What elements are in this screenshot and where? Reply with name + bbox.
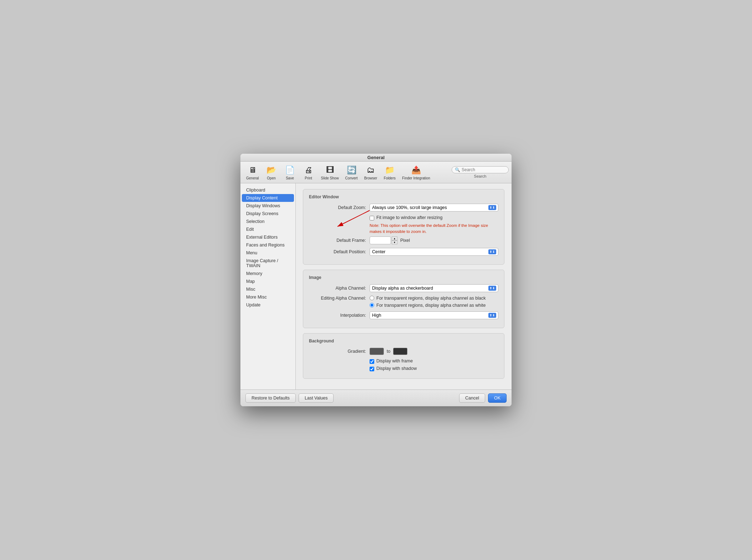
search-input[interactable] xyxy=(462,167,505,172)
sidebar-item-menu[interactable]: Menu xyxy=(242,249,294,257)
general-icon: 🖥 xyxy=(247,164,258,176)
sidebar-item-display-windows[interactable]: Display Windows xyxy=(242,202,294,210)
default-frame-input[interactable]: 0 xyxy=(370,236,391,244)
radio-white-label: For transparent regions, display alpha c… xyxy=(376,303,486,308)
gradient-label: Gradient: xyxy=(309,349,366,354)
background-section: Background Gradient: to Displa xyxy=(303,333,504,379)
interpolation-control: High xyxy=(370,311,498,319)
sidebar-item-faces-regions[interactable]: Faces and Regions xyxy=(242,241,294,249)
editing-alpha-label: Editing Alpha Channel: xyxy=(309,296,366,301)
default-zoom-select-wrapper: Always use 100%, scroll large images xyxy=(370,204,498,212)
alpha-channel-control: Display alpha as checkerboard xyxy=(370,284,498,292)
fit-image-label: Fit image to window after resizing xyxy=(376,215,443,220)
radio-white-row: For transparent regions, display alpha c… xyxy=(370,303,498,308)
frame-stepper-up[interactable]: ▲ xyxy=(392,236,397,240)
red-arrow-svg xyxy=(330,209,373,228)
toolbar-slideshow-label: Slide Show xyxy=(321,176,339,180)
restore-defaults-button[interactable]: Restore to Defaults xyxy=(245,393,296,403)
bottom-left-buttons: Restore to Defaults Last Values xyxy=(245,393,334,403)
svg-line-1 xyxy=(337,210,370,226)
ok-button[interactable]: OK xyxy=(488,393,507,403)
toolbar-finder-label: Finder Integration xyxy=(402,176,430,180)
finder-icon: 📤 xyxy=(411,164,422,176)
folders-icon: 📁 xyxy=(384,164,395,176)
sidebar-item-misc[interactable]: Misc xyxy=(242,285,294,293)
sidebar-item-image-capture[interactable]: Image Capture / TWAIN xyxy=(242,257,294,270)
sidebar-item-more-misc[interactable]: More Misc xyxy=(242,293,294,301)
sidebar-item-display-content[interactable]: Display Content xyxy=(242,194,294,202)
browser-icon: 🗂 xyxy=(365,164,376,176)
toolbar-browser-label: Browser xyxy=(364,176,377,180)
sidebar-item-clipboard[interactable]: Clipboard xyxy=(242,186,294,194)
interpolation-label: Interpolation: xyxy=(309,313,366,318)
display-shadow-label: Display with shadow xyxy=(376,366,417,371)
title-bar: General xyxy=(240,154,512,162)
default-zoom-label: Default Zoom: xyxy=(309,205,366,210)
search-label: Search xyxy=(474,174,487,178)
sidebar-item-edit[interactable]: Edit xyxy=(242,225,294,233)
sidebar-item-display-screens[interactable]: Display Screens xyxy=(242,210,294,218)
toolbar-convert-label: Convert xyxy=(345,176,358,180)
toolbar-finder[interactable]: 📤 Finder Integration xyxy=(399,163,433,182)
window-title: General xyxy=(367,155,385,160)
gradient-color2-swatch[interactable] xyxy=(393,348,407,355)
toolbar: 🖥 General 📂 Open 📄 Save 🖨 Print 🎞 Slide … xyxy=(240,162,512,183)
toolbar-slideshow[interactable]: 🎞 Slide Show xyxy=(318,163,342,182)
preferences-window: General 🖥 General 📂 Open 📄 Save 🖨 Print … xyxy=(240,154,512,406)
interpolation-row: Interpolation: High xyxy=(309,311,498,319)
default-position-row: Default Position: Center xyxy=(309,248,498,256)
default-position-select[interactable]: Center xyxy=(370,248,498,256)
toolbar-open[interactable]: 📂 Open xyxy=(263,163,280,182)
default-position-select-wrapper: Center xyxy=(370,248,498,256)
interpolation-select-wrapper: High xyxy=(370,311,498,319)
radio-white[interactable] xyxy=(370,303,374,307)
search-box[interactable]: 🔍 xyxy=(452,166,509,173)
radio-black-label: For transparent regions, display alpha c… xyxy=(376,296,486,301)
bottom-bar: Restore to Defaults Last Values Cancel O… xyxy=(240,390,512,406)
toolbar-general[interactable]: 🖥 General xyxy=(243,163,262,182)
frame-stepper: ▲ ▼ xyxy=(392,236,397,244)
display-frame-checkbox[interactable] xyxy=(370,359,374,364)
alpha-select-wrapper: Display alpha as checkerboard xyxy=(370,284,498,292)
display-frame-row: Display with frame xyxy=(370,358,498,364)
fit-image-annotation: Fit image to window after resizing xyxy=(309,215,498,220)
sidebar-item-update[interactable]: Update xyxy=(242,301,294,309)
toolbar-general-label: General xyxy=(246,176,259,180)
last-values-button[interactable]: Last Values xyxy=(299,393,334,403)
default-zoom-select[interactable]: Always use 100%, scroll large images xyxy=(370,204,498,212)
toolbar-browser[interactable]: 🗂 Browser xyxy=(361,163,380,182)
sidebar-item-external-editors[interactable]: External Editors xyxy=(242,233,294,241)
sidebar-item-memory[interactable]: Memory xyxy=(242,270,294,278)
editing-alpha-row: Editing Alpha Channel: For transparent r… xyxy=(309,296,498,308)
display-frame-label: Display with frame xyxy=(376,358,413,363)
sidebar: Clipboard Display Content Display Window… xyxy=(240,183,296,389)
toolbar-convert[interactable]: 🔄 Convert xyxy=(342,163,361,182)
sidebar-item-selection[interactable]: Selection xyxy=(242,218,294,225)
toolbar-folders[interactable]: 📁 Folders xyxy=(381,163,398,182)
alpha-channel-label: Alpha Channel: xyxy=(309,286,366,291)
editing-alpha-control: For transparent regions, display alpha c… xyxy=(370,296,498,308)
frame-stepper-down[interactable]: ▼ xyxy=(392,240,397,244)
gradient-color1-swatch[interactable] xyxy=(370,348,384,355)
sidebar-item-map[interactable]: Map xyxy=(242,278,294,285)
background-section-title: Background xyxy=(309,338,498,343)
default-zoom-row: Default Zoom: Always use 100%, scroll la… xyxy=(309,204,498,212)
fit-image-checkbox[interactable] xyxy=(370,216,374,220)
cancel-button[interactable]: Cancel xyxy=(459,393,485,403)
alpha-channel-select[interactable]: Display alpha as checkerboard xyxy=(370,284,498,292)
frame-input-row: 0 ▲ ▼ Pixel xyxy=(370,236,498,244)
radio-black-row: For transparent regions, display alpha c… xyxy=(370,296,498,301)
default-position-label: Default Position: xyxy=(309,249,366,254)
default-frame-row: Default Frame: 0 ▲ ▼ Pixel xyxy=(309,236,498,244)
default-position-control: Center xyxy=(370,248,498,256)
toolbar-print[interactable]: 🖨 Print xyxy=(300,163,317,182)
alpha-channel-row: Alpha Channel: Display alpha as checkerb… xyxy=(309,284,498,292)
content-area: Clipboard Display Content Display Window… xyxy=(240,183,512,389)
interpolation-select[interactable]: High xyxy=(370,311,498,319)
bottom-right-buttons: Cancel OK xyxy=(459,393,507,403)
radio-black[interactable] xyxy=(370,296,374,300)
default-zoom-control: Always use 100%, scroll large images xyxy=(370,204,498,212)
slideshow-icon: 🎞 xyxy=(324,164,336,176)
toolbar-save[interactable]: 📄 Save xyxy=(281,163,299,182)
display-shadow-checkbox[interactable] xyxy=(370,367,374,371)
